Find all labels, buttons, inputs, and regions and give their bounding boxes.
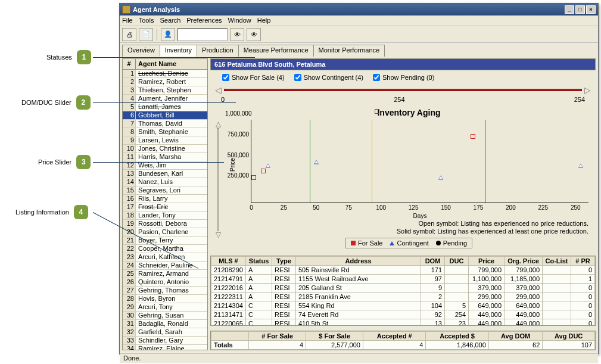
agent-row[interactable]: 23Arcuri, Kathleen — [123, 253, 207, 262]
slider-handle-left[interactable] — [215, 85, 222, 95]
agent-row[interactable]: 1Lucchesi, Denise — [123, 70, 207, 78]
slider-handle-top[interactable]: △ — [216, 120, 221, 128]
agent-row[interactable]: 15Segraves, Lori — [123, 186, 207, 195]
agent-row[interactable]: 14Nanez, Luis — [123, 178, 207, 186]
agent-row[interactable]: 12Weis, Jim — [123, 161, 207, 170]
agent-row[interactable]: 18Lander, Tony — [123, 211, 207, 220]
export-button[interactable]: 📄 — [139, 28, 153, 41]
menu-tools[interactable]: Tools — [139, 17, 154, 24]
agent-row[interactable]: 4Aument, Jennifer — [123, 95, 207, 103]
agent-row[interactable]: 3Thielsen, Stephen — [123, 86, 207, 95]
slider-handle-bottom[interactable]: ▽ — [216, 231, 221, 239]
agent-row[interactable]: 27Gehring, Thomas — [123, 287, 207, 295]
dom-slider[interactable] — [210, 85, 596, 95]
summary-cell: 2,577,000 — [306, 341, 363, 350]
contingent-icon — [390, 241, 394, 245]
agent-list[interactable]: 1Lucchesi, Denise2Ramirez, Robert3Thiels… — [123, 70, 207, 350]
annotation-4: Listing Information 4 — [15, 205, 88, 219]
col-header[interactable]: Address — [296, 257, 421, 266]
y-axis-label: Price — [229, 158, 236, 172]
agent-row[interactable]: 7Thomas, David — [123, 120, 207, 128]
agent-row[interactable]: 28Hovis, Byron — [123, 295, 207, 303]
menu-window[interactable]: Window — [228, 17, 251, 24]
col-header[interactable]: Status — [246, 257, 272, 266]
tab-inventory[interactable]: Inventory — [160, 45, 197, 57]
col-header[interactable]: DOM — [421, 257, 445, 266]
agent-row[interactable]: 34Ramirez, Elaine — [123, 345, 207, 350]
agent-row[interactable]: 19Rossotti, Debora — [123, 220, 207, 228]
cell: 171 — [421, 266, 445, 275]
col-num[interactable]: # — [123, 59, 136, 69]
table-row[interactable]: 21214791ARESI1155 West Railroad Ave971,1… — [211, 275, 595, 284]
table-row[interactable]: 21208290ARESI505 Rainsville Rd171799,000… — [211, 266, 595, 275]
table-row[interactable]: 21214304CRESI554 King Rd1045649,000649,0… — [211, 301, 595, 310]
agent-row[interactable]: 25Ramirez, Armand — [123, 270, 207, 278]
close-button[interactable]: × — [586, 5, 596, 14]
tab-production[interactable]: Production — [197, 45, 239, 57]
print-button[interactable]: 🖨 — [122, 28, 136, 41]
check-pending[interactable]: Show Pending (0) — [373, 74, 434, 81]
price-slider[interactable]: △ ▽ — [213, 108, 223, 251]
col-header[interactable]: # PR — [571, 257, 595, 266]
tab-measure[interactable]: Measure Performance — [238, 45, 314, 57]
agent-row[interactable]: 16Riis, Larry — [123, 195, 207, 203]
check-for-sale[interactable]: Show For Sale (4) — [222, 74, 285, 81]
binoculars-button[interactable]: 👁 — [230, 28, 244, 41]
agent-row[interactable]: 6Gobbert, Bill — [123, 111, 207, 120]
agent-row[interactable]: 33Schindler, Gary — [123, 337, 207, 345]
agent-row[interactable]: 17Frost, Eric — [123, 203, 207, 211]
menu-file[interactable]: File — [122, 17, 133, 24]
menu-help[interactable]: Help — [257, 17, 271, 24]
agent-row[interactable]: 26Quintero, Antonio — [123, 278, 207, 287]
agent-row[interactable]: 30Gehring, Susan — [123, 312, 207, 320]
maximize-button[interactable]: □ — [575, 5, 585, 14]
menu-search[interactable]: Search — [160, 17, 180, 24]
agent-row[interactable]: 8Smith, Stephanie — [123, 128, 207, 136]
table-row[interactable]: 21131471CRESI74 Everett Rd92254449,00044… — [211, 310, 595, 319]
col-header[interactable]: Type — [272, 257, 296, 266]
minimize-button[interactable]: _ — [565, 5, 574, 14]
table-row[interactable]: 21222016ARESI205 Galland St9379,000379,0… — [211, 284, 595, 293]
col-name[interactable]: Agent Name — [136, 59, 207, 69]
agent-row[interactable]: 13Bundesen, Karl — [123, 170, 207, 178]
annotation-label: Statuses — [46, 54, 77, 61]
chart-area: △ ▽ Inventory Aging Price Days 250,00050… — [210, 105, 596, 253]
agent-row[interactable]: 9Larsen, Lewis — [123, 136, 207, 145]
listings-table-wrap[interactable]: MLS #StatusTypeAddressDOMDUCPriceOrg. Pr… — [210, 256, 596, 326]
menu-preferences[interactable]: Preferences — [186, 17, 222, 24]
col-header[interactable]: Co-List — [543, 257, 571, 266]
tab-monitor[interactable]: Monitor Performance — [313, 45, 385, 57]
checkbox[interactable] — [294, 74, 301, 81]
agent-row[interactable]: 2Ramirez, Robert — [123, 78, 207, 86]
agent-row[interactable]: 5Lanatti, James — [123, 103, 207, 111]
check-contingent[interactable]: Show Contingent (4) — [294, 74, 363, 81]
slider-track[interactable] — [224, 89, 582, 91]
checkbox[interactable] — [373, 74, 380, 81]
row-name: Harris, Marsha — [136, 153, 207, 161]
agent-row[interactable]: 21Boyer, Terry — [123, 237, 207, 245]
table-row[interactable]: 21220065CRESI410 5th St1323449,000449,00… — [211, 319, 595, 326]
agent-row[interactable]: 31Badaglia, Ronald — [123, 320, 207, 328]
search-input[interactable] — [178, 28, 228, 41]
row-num: 26 — [123, 278, 136, 286]
v-slider-track[interactable] — [217, 128, 219, 231]
summary-col: Accepted # — [363, 332, 425, 341]
agent-row[interactable]: 10Jones, Christine — [123, 145, 207, 153]
titlebar[interactable]: Agent Analysis _ □ × — [120, 4, 598, 15]
col-header[interactable]: MLS # — [211, 257, 246, 266]
find-next-button[interactable]: 👁 — [247, 28, 261, 41]
agent-row[interactable]: 11Harris, Marsha — [123, 153, 207, 161]
row-num: 10 — [123, 145, 136, 153]
agent-row[interactable]: 29Arcuri, Tony — [123, 303, 207, 312]
col-header[interactable]: Price — [469, 257, 505, 266]
slider-handle-right[interactable] — [584, 85, 591, 95]
agent-row[interactable]: 22Cooper, Martha — [123, 245, 207, 253]
table-row[interactable]: 21222311ARESI2185 Franklin Ave2299,00029… — [211, 293, 595, 301]
col-header[interactable]: Org. Price — [505, 257, 543, 266]
user-button[interactable]: 👤 — [161, 28, 175, 41]
cell: A — [246, 275, 272, 284]
checkbox[interactable] — [222, 74, 229, 81]
tab-overview[interactable]: Overview — [122, 45, 160, 57]
col-header[interactable]: DUC — [445, 257, 469, 266]
agent-row[interactable]: 32Garfield, Sarah — [123, 328, 207, 337]
